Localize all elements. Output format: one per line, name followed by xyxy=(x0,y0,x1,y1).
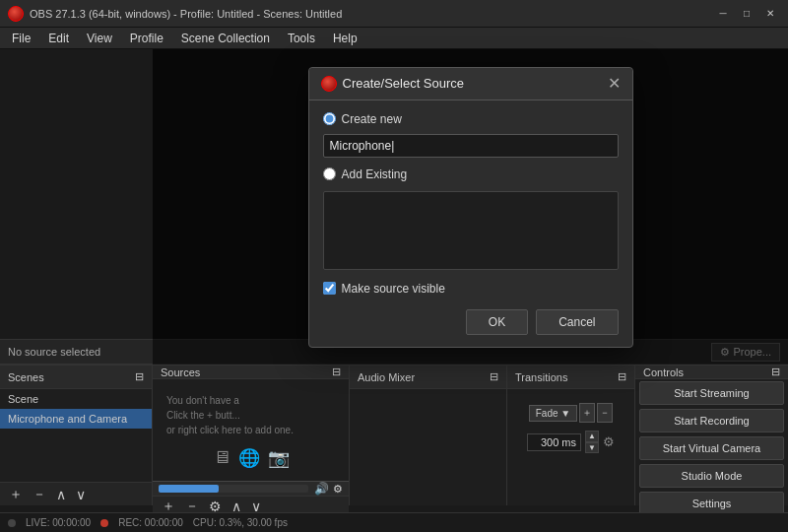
sources-panel-header: Sources ⊟ xyxy=(153,366,349,379)
mixer-pin-icon: ⊟ xyxy=(490,370,498,383)
transition-time-input[interactable] xyxy=(527,433,581,451)
scenes-header-label: Scenes xyxy=(8,371,44,383)
menu-edit[interactable]: Edit xyxy=(40,30,77,47)
scenes-toolbar: ＋ － ∧ ∨ xyxy=(0,482,152,505)
studio-mode-button[interactable]: Studio Mode xyxy=(639,464,784,488)
monitor-icon: 🖥 xyxy=(213,447,230,469)
transitions-content: Fade ▼ ＋ － ▲ ▼ ⚙ xyxy=(507,389,634,459)
modal-overlay: Create/Select Source ✕ Create new Add Ex… xyxy=(153,49,788,365)
create-new-radio[interactable] xyxy=(323,112,336,125)
transition-spinner: ▲ ▼ xyxy=(585,431,599,453)
modal-title-row: Create/Select Source xyxy=(321,76,465,92)
mixer-panel-header: Audio Mixer ⊟ xyxy=(350,366,506,389)
sources-content: You don't have aClick the + butt...or ri… xyxy=(153,379,349,481)
ok-button[interactable]: OK xyxy=(466,309,528,335)
minimize-button[interactable]: ─ xyxy=(713,7,733,21)
sources-panel: Sources ⊟ You don't have aClick the + bu… xyxy=(153,366,350,505)
menu-scene-collection[interactable]: Scene Collection xyxy=(173,30,278,47)
start-streaming-button[interactable]: Start Streaming xyxy=(639,381,784,405)
browser-icon: 🌐 xyxy=(238,447,260,469)
panel-row: Scenes ⊟ Scene Microphone and Camera ＋ －… xyxy=(0,365,788,505)
maximize-button[interactable]: □ xyxy=(737,7,756,21)
scene-add-button[interactable]: ＋ xyxy=(6,485,26,504)
modal-obs-icon xyxy=(321,76,337,92)
sources-hint-text: You don't have aClick the + butt...or ri… xyxy=(161,387,341,443)
transition-gear-icon: ⚙ xyxy=(603,434,615,449)
modal-header: Create/Select Source ✕ xyxy=(309,68,632,100)
transition-time-row: ▲ ▼ ⚙ xyxy=(527,431,615,453)
menu-view[interactable]: View xyxy=(79,30,120,47)
rec-dot xyxy=(100,519,108,527)
make-visible-label: Make source visible xyxy=(342,282,445,296)
obs-icon xyxy=(8,6,24,22)
scene-down-button[interactable]: ∨ xyxy=(73,486,89,503)
transition-time-down[interactable]: ▼ xyxy=(585,442,599,454)
add-existing-radio[interactable] xyxy=(323,167,336,180)
scenes-panel: Scenes ⊟ Scene Microphone and Camera ＋ －… xyxy=(0,366,153,505)
titlebar-controls: ─ □ ✕ xyxy=(713,7,780,21)
transitions-header-label: Transitions xyxy=(515,371,567,383)
controls-header-label: Controls xyxy=(643,366,684,378)
titlebar: OBS 27.1.3 (64-bit, windows) - Profile: … xyxy=(0,0,788,28)
menu-file[interactable]: File xyxy=(4,30,38,47)
start-virtual-camera-button[interactable]: Start Virtual Camera xyxy=(639,436,784,460)
menu-profile[interactable]: Profile xyxy=(122,30,171,47)
transition-add-btn[interactable]: ＋ xyxy=(579,403,595,423)
sources-header-label: Sources xyxy=(161,366,200,378)
controls-pin-icon: ⊟ xyxy=(771,366,780,378)
transitions-panel-header: Transitions ⊟ xyxy=(507,366,634,389)
transition-type-btn[interactable]: Fade ▼ xyxy=(529,405,577,422)
scene-up-button[interactable]: ∧ xyxy=(53,486,69,503)
modal-buttons: OK Cancel xyxy=(323,309,619,335)
settings-small-icon: ⚙ xyxy=(333,483,343,496)
live-time: LIVE: 00:00:00 xyxy=(26,517,91,528)
titlebar-left: OBS 27.1.3 (64-bit, windows) - Profile: … xyxy=(8,6,342,22)
camera-icon: 📷 xyxy=(268,447,290,469)
menu-tools[interactable]: Tools xyxy=(280,30,323,47)
scenes-pin-icon: ⊟ xyxy=(135,370,144,383)
sources-pin-icon: ⊟ xyxy=(332,366,341,378)
controls-panel: Controls ⊟ Start Streaming Start Recordi… xyxy=(635,366,788,505)
titlebar-title: OBS 27.1.3 (64-bit, windows) - Profile: … xyxy=(30,8,342,20)
scene-item-scene[interactable]: Scene xyxy=(0,389,152,409)
menubar: File Edit View Profile Scene Collection … xyxy=(0,28,788,49)
modal-title: Create/Select Source xyxy=(343,76,465,91)
close-button[interactable]: ✕ xyxy=(760,7,780,21)
live-dot xyxy=(8,519,16,527)
create-new-radio-row: Create new xyxy=(323,112,619,126)
create-source-dialog: Create/Select Source ✕ Create new Add Ex… xyxy=(308,67,633,348)
cpu-stats: CPU: 0.3%, 30.00 fps xyxy=(193,517,288,528)
transitions-panel: Transitions ⊟ Fade ▼ ＋ － ▲ ▼ ⚙ xyxy=(507,366,635,505)
add-existing-radio-row: Add Existing xyxy=(323,167,619,181)
modal-close-button[interactable]: ✕ xyxy=(608,76,621,92)
mixer-icon: 🔊 xyxy=(314,482,329,496)
make-visible-row: Make source visible xyxy=(323,282,619,296)
scene-item-mic-camera[interactable]: Microphone and Camera xyxy=(0,409,152,429)
cancel-button[interactable]: Cancel xyxy=(536,309,618,335)
transition-time-up[interactable]: ▲ xyxy=(585,431,599,442)
scene-remove-button[interactable]: － xyxy=(30,485,49,504)
controls-panel-header: Controls ⊟ xyxy=(635,366,788,379)
status-footer: LIVE: 00:00:00 REC: 00:00:00 CPU: 0.3%, … xyxy=(0,512,788,532)
source-name-input[interactable] xyxy=(323,134,619,158)
existing-sources-list xyxy=(323,191,619,270)
start-recording-button[interactable]: Start Recording xyxy=(639,409,784,432)
transitions-pin-icon: ⊟ xyxy=(618,370,626,383)
make-visible-checkbox[interactable] xyxy=(323,282,336,295)
mixer-header-label: Audio Mixer xyxy=(358,371,415,383)
create-new-label: Create new xyxy=(342,112,402,126)
add-existing-label: Add Existing xyxy=(342,167,408,181)
bottom-panels: Scenes ⊟ Scene Microphone and Camera ＋ －… xyxy=(0,365,788,532)
rec-time: REC: 00:00:00 xyxy=(118,517,183,528)
menu-help[interactable]: Help xyxy=(325,30,365,47)
transition-remove-btn[interactable]: － xyxy=(597,403,613,423)
modal-body: Create new Add Existing Make source visi… xyxy=(309,100,632,347)
scenes-panel-header: Scenes ⊟ xyxy=(0,366,152,389)
audio-mixer-panel: Audio Mixer ⊟ xyxy=(350,366,507,505)
